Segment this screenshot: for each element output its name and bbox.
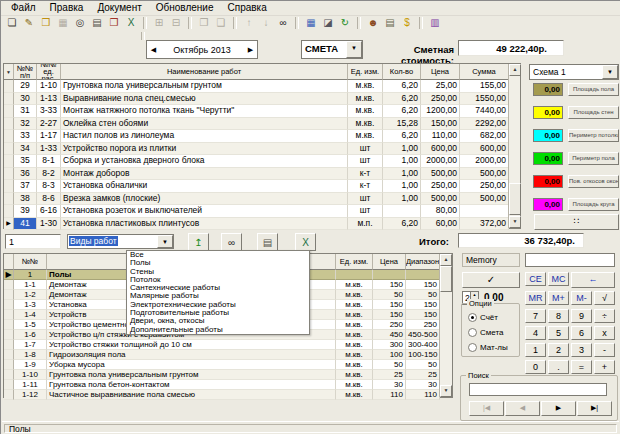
Установка пластиковых плинтусов[interactable]: ▶ 41 1-30 Установка пластиковых плинтусо…: [4, 218, 520, 231]
row-selector[interactable]: [4, 205, 14, 218]
sort-descending-icon[interactable]: ↓: [258, 16, 274, 30]
row-selector[interactable]: [4, 155, 14, 168]
column-header-sum[interactable]: Сумма: [460, 64, 509, 80]
memory-minus-button[interactable]: M-: [571, 291, 592, 305]
refresh-icon[interactable]: ↻: [337, 16, 353, 30]
column-header-range[interactable]: Диапазон: [406, 254, 440, 270]
Сборка и установка дверного блока[interactable]: 35 8-1 Сборка и установка дверного блока…: [4, 155, 520, 168]
insert-row-icon[interactable]: ⊞: [151, 16, 167, 30]
paste-icon[interactable]: ❑: [213, 16, 229, 30]
measure-button[interactable]: Периметр пола: [568, 152, 619, 165]
Установка обналички[interactable]: 37 8-3 Установка обналички к-т 1,00 250,…: [4, 180, 520, 193]
Уборка мусора[interactable]: 1-9 Уборка мусора м.кв. 50 50: [4, 360, 452, 370]
Врезка замков (плоские)[interactable]: 38 8-6 Врезка замков (плоские) шт 1,00 5…: [4, 193, 520, 206]
dropdown-item[interactable]: Все: [127, 251, 309, 259]
row-selector[interactable]: [4, 80, 14, 93]
menu-item[interactable]: Документ: [90, 1, 148, 15]
separator[interactable]: [419, 17, 423, 29]
row-selector[interactable]: [4, 193, 14, 206]
menu-item[interactable]: Файл: [4, 1, 43, 15]
numpad-key[interactable]: 9: [571, 309, 592, 323]
dropdown-item[interactable]: Стены: [127, 268, 309, 276]
Установка розеток и выключателей[interactable]: 39 6-16 Установка розеток и выключателей…: [4, 205, 520, 218]
Монтаж натяжного потолка ткань "Черутти"[interactable]: 31 3-33 Монтаж натяжного потолка ткань "…: [4, 105, 520, 118]
add-to-estimate-icon[interactable]: ↥: [188, 233, 209, 251]
separator[interactable]: [233, 17, 237, 29]
menu-item[interactable]: Правка: [43, 1, 91, 15]
separator[interactable]: [188, 17, 192, 29]
row-selector[interactable]: [4, 105, 14, 118]
row-selector[interactable]: [4, 93, 14, 106]
open-folder-icon[interactable]: ❒: [38, 16, 54, 30]
memory-clear-button[interactable]: MC: [548, 272, 569, 286]
row-selector[interactable]: [4, 340, 14, 350]
cash-register-icon[interactable]: ▤: [382, 16, 398, 30]
nav-last-button[interactable]: ▶|: [577, 401, 612, 416]
dropdown-item[interactable]: Двери, окна, откосы: [127, 317, 309, 325]
scroll-thumb[interactable]: [440, 266, 452, 292]
scheme-calc-button[interactable]: ∷: [534, 214, 619, 230]
chevron-down-icon[interactable]: ▼: [157, 235, 173, 248]
Оклейка стен обоями[interactable]: 32 2-27 Оклейка стен обоями м.кв. 15,28 …: [4, 118, 520, 131]
new-document-icon[interactable]: ❏: [4, 16, 20, 30]
sqrt-button[interactable]: √: [594, 291, 615, 305]
Устройство порога из плитки[interactable]: 34 1-33 Устройство порога из плитки шт 1…: [4, 143, 520, 156]
edit-document-icon[interactable]: ✎: [21, 16, 37, 30]
export-icon[interactable]: ❐: [106, 16, 122, 30]
memory-plus-button[interactable]: M+: [548, 291, 569, 305]
help-book-icon[interactable]: ▥: [427, 16, 443, 30]
next-month-button[interactable]: ▶: [244, 46, 257, 54]
backspace-button[interactable]: ←: [571, 272, 615, 288]
scroll-up-icon[interactable]: ▲: [440, 254, 452, 266]
copy-icon[interactable]: ❐: [196, 16, 212, 30]
chevron-down-icon[interactable]: ▼: [602, 65, 618, 79]
measure-button[interactable]: Площадь круга: [568, 198, 619, 211]
row-selector[interactable]: [4, 350, 14, 360]
measure-button[interactable]: Площадь стен: [568, 106, 619, 119]
work-kind-combo[interactable]: Виды работ ▼: [67, 234, 174, 249]
numpad-key[interactable]: 7: [525, 309, 546, 323]
row-selector[interactable]: [4, 143, 14, 156]
row-selector[interactable]: ▶: [4, 270, 14, 280]
row-selector[interactable]: [4, 310, 14, 320]
Грунтовка пола бетон-контактом[interactable]: 1-11 Грунтовка пола бетон-контактом м.кв…: [4, 380, 452, 390]
scroll-thumb[interactable]: [509, 183, 521, 215]
dropdown-item[interactable]: Потолок: [127, 276, 309, 284]
delete-row-icon[interactable]: ⊟: [168, 16, 184, 30]
separator[interactable]: [143, 17, 147, 29]
price-scrollbar[interactable]: ▲ ▼: [439, 254, 452, 397]
numpad-key[interactable]: 8: [548, 309, 569, 323]
memory-recall-button[interactable]: MR: [525, 291, 546, 305]
numpad-key[interactable]: .: [548, 360, 569, 374]
Настил полов из линолеума[interactable]: 33 1-17 Настил полов из линолеума м.кв. …: [4, 130, 520, 143]
scroll-down-icon[interactable]: ▼: [440, 385, 452, 397]
row-selector[interactable]: [4, 290, 14, 300]
numpad-key[interactable]: 6: [571, 326, 592, 340]
document-type-combo[interactable]: СМЕТА ▼: [301, 40, 363, 59]
row-number-input[interactable]: [5, 234, 61, 249]
Выравнивание пола спец.смесью[interactable]: 30 1-13 Выравнивание пола спец.смесью м.…: [4, 93, 520, 106]
option-radio[interactable]: Смета: [468, 328, 503, 337]
column-header-unit[interactable]: Ед. изм.: [336, 254, 373, 270]
column-header-price[interactable]: Цена: [421, 64, 460, 80]
report-icon[interactable]: ▦: [303, 16, 319, 30]
numpad-key[interactable]: 3: [571, 343, 592, 357]
binoculars-icon[interactable]: ∞: [275, 16, 291, 30]
dropdown-item[interactable]: Дополнительные работы: [127, 326, 309, 334]
numpad-key[interactable]: 0: [525, 360, 546, 374]
measure-button[interactable]: Площадь пола: [568, 83, 619, 96]
Монтаж доборов[interactable]: 36 8-2 Монтаж доборов к-т 1,00 500,00 50…: [4, 168, 520, 181]
column-header-unit[interactable]: Ед. изм.: [348, 64, 383, 80]
column-header-name[interactable]: Наименование работ: [61, 64, 348, 80]
row-selector[interactable]: [4, 320, 14, 330]
menu-item[interactable]: Справка: [221, 1, 274, 15]
column-header-qty[interactable]: Кол-во: [383, 64, 421, 80]
row-selector[interactable]: [4, 130, 14, 143]
scroll-down-icon[interactable]: ▼: [509, 216, 521, 228]
Гидроизоляция пола[interactable]: 1-8 Гидроизоляция пола м.кв. 100 100-150: [4, 350, 452, 360]
confirm-button[interactable]: ✓: [462, 272, 520, 288]
save-icon[interactable]: ▦: [55, 16, 71, 30]
print-preview-icon[interactable]: ◎: [72, 16, 88, 30]
column-header-num[interactable]: №№ п/п: [14, 64, 37, 80]
user-icon[interactable]: ☻: [365, 16, 381, 30]
